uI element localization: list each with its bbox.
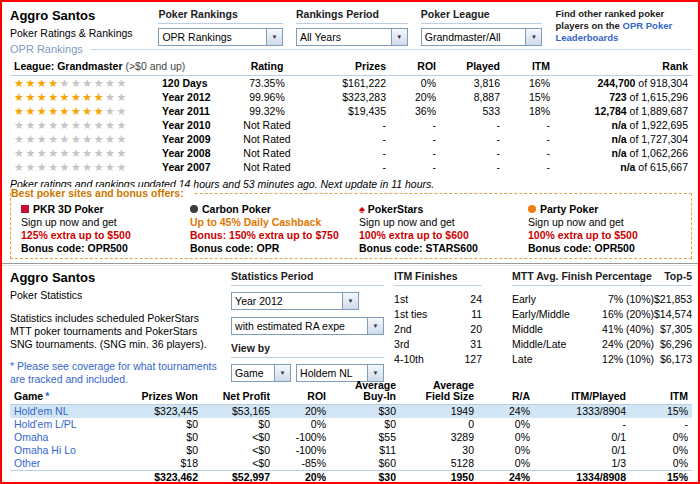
offer-pokerstars[interactable]: ♠PokerStars Sign up now and get 100% ext… bbox=[351, 203, 520, 255]
games-column-header[interactable]: R/A bbox=[478, 380, 534, 405]
carbon-logo-icon bbox=[190, 205, 198, 213]
star-empty-icon: ★ bbox=[105, 77, 116, 89]
col-header-itm: ITM bbox=[504, 58, 554, 76]
games-row: Other$18<$0-85%$6051280%1/30% bbox=[10, 457, 692, 471]
star-empty-icon: ★ bbox=[116, 161, 127, 173]
game-link[interactable]: Hold'em L/PL bbox=[14, 418, 77, 430]
player-name: Aggro Santos bbox=[10, 270, 219, 285]
game-stat: -100% bbox=[274, 444, 330, 457]
offer-carbon-poker[interactable]: Carbon Poker Up to 45% Daily Cashback Bo… bbox=[182, 203, 351, 255]
game-stat: $0 bbox=[330, 418, 400, 431]
star-empty-icon: ★ bbox=[82, 119, 93, 131]
game-stat: $60 bbox=[330, 457, 400, 471]
ra-expenses-select[interactable]: with estimated RA expe ▼ bbox=[231, 317, 384, 335]
offer-line: Sign up now and get bbox=[359, 216, 512, 229]
ranking-period: Year 2011 bbox=[158, 104, 232, 118]
star-rating: ★★★★★★★★★★ bbox=[10, 104, 158, 118]
games-row: Hold'em L/PL$0$00%$000%-- bbox=[10, 418, 692, 431]
itm-finish-row: 4-10th127 bbox=[394, 352, 482, 367]
ranking-prizes: - bbox=[302, 146, 390, 160]
ranking-roi: - bbox=[390, 118, 440, 132]
mtt-stage-pct: 7% (10%) bbox=[600, 292, 654, 307]
chevron-down-icon[interactable]: ▼ bbox=[342, 293, 358, 309]
star-empty-icon: ★ bbox=[37, 119, 48, 131]
game-stat: 0% bbox=[274, 418, 330, 431]
offer-site-name[interactable]: Party Poker bbox=[528, 203, 681, 216]
star-filled-icon: ★ bbox=[37, 105, 48, 117]
itm-finish-label: 1st ties bbox=[394, 307, 427, 322]
game-cell: Hold'em L/PL bbox=[10, 418, 128, 431]
games-column-header[interactable]: ROI bbox=[274, 380, 330, 405]
offer-site-name[interactable]: ♠PokerStars bbox=[359, 203, 512, 216]
games-column-header[interactable]: Net Profit bbox=[202, 380, 274, 405]
poker-rankings-label: Poker Rankings bbox=[158, 8, 283, 24]
games-column-header[interactable]: AverageField Size bbox=[400, 380, 478, 405]
star-empty-icon: ★ bbox=[25, 119, 36, 131]
star-empty-icon: ★ bbox=[105, 147, 116, 159]
star-empty-icon: ★ bbox=[94, 147, 105, 159]
ranking-rating: Not Rated bbox=[232, 160, 302, 174]
ranking-rank: n/a of 1,062,266 bbox=[554, 146, 692, 160]
offer-party-poker[interactable]: Party Poker Sign up now and get 100% ext… bbox=[520, 203, 689, 255]
total-stat: 24% bbox=[478, 471, 534, 484]
games-table-section: Game* Prizes WonNet ProfitROIAverageBuy-… bbox=[10, 380, 692, 484]
games-column-header[interactable]: ITM/Played bbox=[534, 380, 630, 405]
game-stat: - bbox=[630, 418, 692, 431]
itm-finish-label: 2nd bbox=[394, 322, 412, 337]
star-empty-icon: ★ bbox=[94, 161, 105, 173]
offer-pkr-3d-poker[interactable]: PKR 3D Poker Sign up now and get 125% ex… bbox=[13, 203, 182, 255]
game-stat: 1/3 bbox=[534, 457, 630, 471]
league-name: Grandmaster bbox=[57, 60, 122, 72]
ranking-rating: Not Rated bbox=[232, 146, 302, 160]
view-by-header: View by bbox=[231, 342, 384, 358]
game-link[interactable]: Omaha Hi Lo bbox=[14, 444, 76, 456]
opr-rankings-title: OPR Rankings bbox=[10, 43, 83, 55]
top5-header: Top-5 bbox=[664, 270, 692, 282]
star-filled-icon: ★ bbox=[14, 105, 25, 117]
games-column-header[interactable]: ITM bbox=[630, 380, 692, 405]
col-header-game[interactable]: Game* bbox=[10, 380, 128, 405]
game-stat: 0% bbox=[478, 418, 534, 431]
offer-site-name[interactable]: PKR 3D Poker bbox=[21, 203, 174, 216]
game-stat: 0% bbox=[478, 431, 534, 444]
game-stat: $0 bbox=[128, 418, 202, 431]
game-stat: 30 bbox=[400, 444, 478, 457]
coverage-link[interactable]: coverage bbox=[72, 360, 115, 372]
star-filled-icon: ★ bbox=[14, 91, 25, 103]
chevron-down-icon[interactable]: ▼ bbox=[367, 318, 383, 334]
total-stat: 1950 bbox=[400, 471, 478, 484]
game-link[interactable]: Omaha bbox=[14, 431, 48, 443]
col-header-roi: ROI bbox=[390, 58, 440, 76]
game-stat: 0% bbox=[630, 457, 692, 471]
ranking-rating: 99.96% bbox=[232, 90, 302, 104]
star-filled-icon: ★ bbox=[60, 105, 71, 117]
star-empty-icon: ★ bbox=[60, 161, 71, 173]
games-column-header[interactable]: AverageBuy-In bbox=[330, 380, 400, 405]
game-link[interactable]: Other bbox=[14, 457, 40, 469]
game-cell: Other bbox=[10, 457, 128, 471]
chevron-down-icon[interactable]: ▼ bbox=[274, 365, 290, 381]
mtt-stage-pct: 24% (20%) bbox=[600, 337, 654, 352]
statistics-period-panel: Statistics Period Year 2012 ▼ with estim… bbox=[231, 270, 394, 386]
itm-finishes-panel: ITM Finishes 1st241st ties112nd203rd314-… bbox=[394, 270, 482, 386]
mtt-stage-label: Early bbox=[512, 292, 600, 307]
player-name: Aggro Santos bbox=[10, 8, 158, 23]
mtt-top5-value: $14,574 bbox=[654, 307, 692, 322]
ranking-rank: 12,784 of 1,889,687 bbox=[554, 104, 692, 118]
ranking-row: ★★★★★★★★★★Year 2010Not Rated----n/a of 1… bbox=[10, 118, 692, 132]
star-rating: ★★★★★★★★★★ bbox=[10, 118, 158, 132]
game-stat: 0% bbox=[478, 457, 534, 471]
offer-site-name[interactable]: Carbon Poker bbox=[190, 203, 343, 216]
star-empty-icon: ★ bbox=[82, 161, 93, 173]
star-empty-icon: ★ bbox=[94, 133, 105, 145]
game-stat: 0% bbox=[630, 431, 692, 444]
games-column-header[interactable]: Prizes Won bbox=[128, 380, 202, 405]
itm-finish-value: 11 bbox=[471, 307, 482, 322]
statistics-intro: Aggro Santos Poker Statistics Statistics… bbox=[10, 270, 231, 386]
game-link[interactable]: Hold'em NL bbox=[14, 405, 69, 417]
mtt-finish-header-row: MTT Avg. Finish Percentage Top-5 bbox=[512, 270, 692, 286]
total-stat: 15% bbox=[630, 471, 692, 484]
statistics-period-select[interactable]: Year 2012 ▼ bbox=[231, 292, 359, 310]
ranking-itm: - bbox=[504, 132, 554, 146]
mtt-stage-pct: 16% (20%) bbox=[600, 307, 654, 322]
